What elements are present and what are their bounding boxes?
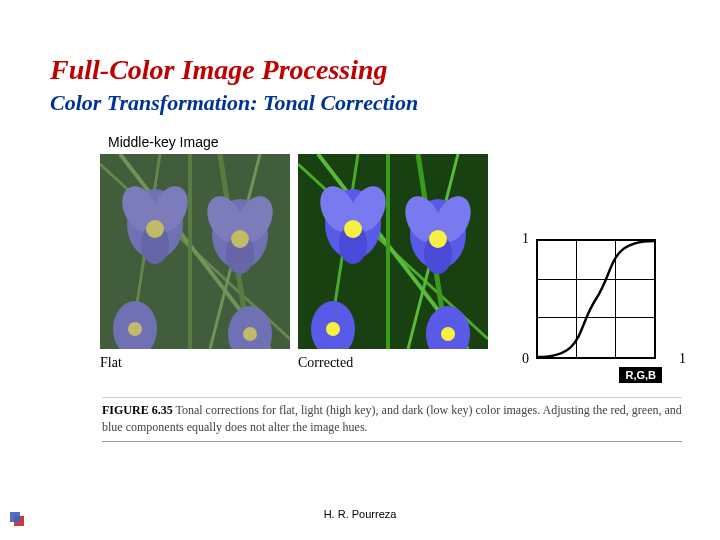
corrected-caption: Corrected: [298, 355, 353, 371]
slide-title: Full-Color Image Processing: [50, 55, 680, 86]
s-curve: [538, 241, 654, 357]
content-row: Flat: [100, 154, 680, 359]
flat-caption: Flat: [100, 355, 122, 371]
figure-text: Tonal corrections for flat, light (high …: [102, 403, 682, 434]
rgb-series-label: R,G,B: [619, 367, 662, 383]
figure-caption: FIGURE 6.35 Tonal corrections for flat, …: [102, 397, 682, 443]
tonal-curve-chart: 1 0 1 R,G,B: [536, 239, 656, 359]
svg-point-38: [429, 230, 447, 248]
x-axis-tick-1: 1: [679, 351, 686, 367]
figure-number: FIGURE 6.35: [102, 403, 173, 417]
flat-image-block: Flat: [100, 154, 290, 349]
svg-point-40: [326, 322, 340, 336]
corrected-image-block: Corrected: [298, 154, 488, 349]
y-axis-tick-0: 0: [522, 351, 529, 367]
y-axis-tick-1: 1: [522, 231, 529, 247]
svg-point-42: [441, 327, 455, 341]
slide-subtitle: Color Transformation: Tonal Correction: [50, 90, 680, 116]
svg-rect-21: [100, 154, 290, 349]
flat-iris-image: [100, 154, 290, 349]
footer-author: H. R. Pourreza: [0, 508, 720, 520]
corner-decoration-icon: [10, 512, 28, 530]
svg-point-33: [344, 220, 362, 238]
image-type-label: Middle-key Image: [108, 134, 680, 150]
svg-rect-44: [10, 512, 20, 522]
corrected-iris-image: [298, 154, 488, 349]
